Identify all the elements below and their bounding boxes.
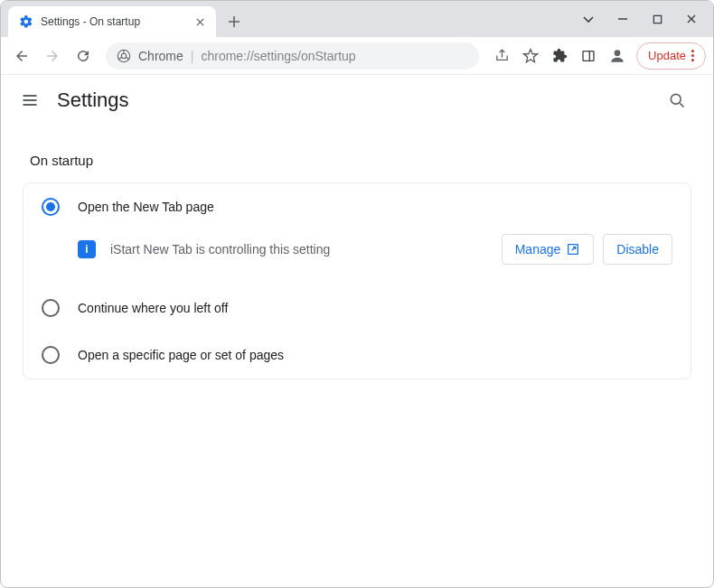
manage-button[interactable]: Manage xyxy=(502,234,595,265)
browser-toolbar: Chrome | chrome://settings/onStartup Upd… xyxy=(1,37,713,75)
share-icon[interactable] xyxy=(488,42,515,70)
section-title: On startup xyxy=(23,126,691,182)
extension-app-icon: i xyxy=(78,240,96,258)
page-title: Settings xyxy=(57,89,129,112)
close-icon[interactable] xyxy=(193,14,207,29)
window-title-bar: Settings - On startup xyxy=(1,1,713,37)
close-button[interactable] xyxy=(675,5,708,33)
option-label: Open a specific page or set of pages xyxy=(78,348,284,362)
extension-notice: iStart New Tab is controlling this setti… xyxy=(110,242,487,257)
option-specific[interactable]: Open a specific page or set of pages xyxy=(23,331,691,378)
menu-icon[interactable] xyxy=(19,89,41,111)
window-controls xyxy=(572,1,713,37)
svg-point-2 xyxy=(121,53,126,58)
svg-point-4 xyxy=(615,50,621,56)
chevron-down-icon[interactable] xyxy=(572,5,605,33)
update-button[interactable]: Update xyxy=(636,42,706,70)
address-bar[interactable]: Chrome | chrome://settings/onStartup xyxy=(106,42,479,70)
settings-content: On startup Open the New Tab page i iStar… xyxy=(1,126,713,379)
update-label: Update xyxy=(648,49,686,62)
extension-notice-row: i iStart New Tab is controlling this set… xyxy=(23,230,691,285)
more-icon xyxy=(691,50,694,61)
radio-icon[interactable] xyxy=(42,299,60,317)
gear-icon xyxy=(19,14,33,29)
radio-icon[interactable] xyxy=(42,346,60,364)
new-tab-button[interactable] xyxy=(221,9,247,34)
maximize-button[interactable] xyxy=(641,5,673,33)
disable-button[interactable]: Disable xyxy=(603,234,672,265)
svg-rect-3 xyxy=(583,51,594,61)
reload-button[interactable] xyxy=(70,42,97,70)
forward-button[interactable] xyxy=(39,42,66,70)
omnibox-url: chrome://settings/onStartup xyxy=(201,49,355,63)
search-icon[interactable] xyxy=(659,82,695,118)
bookmark-icon[interactable] xyxy=(517,42,544,70)
option-continue[interactable]: Continue where you left off xyxy=(23,285,691,331)
minimize-button[interactable] xyxy=(606,5,639,33)
open-external-icon xyxy=(566,242,580,257)
radio-selected-icon[interactable] xyxy=(42,198,60,216)
option-new-tab[interactable]: Open the New Tab page xyxy=(23,183,691,230)
extensions-icon[interactable] xyxy=(546,42,573,70)
browser-tab[interactable]: Settings - On startup xyxy=(8,6,216,37)
svg-point-5 xyxy=(671,94,681,104)
profile-icon[interactable] xyxy=(604,42,631,70)
tab-title: Settings - On startup xyxy=(41,15,185,28)
back-button[interactable] xyxy=(8,42,35,70)
option-label: Open the New Tab page xyxy=(78,200,214,214)
startup-card: Open the New Tab page i iStart New Tab i… xyxy=(23,182,691,379)
svg-rect-0 xyxy=(653,15,661,23)
omnibox-prefix: Chrome xyxy=(138,49,183,63)
settings-header: Settings xyxy=(1,75,713,126)
side-panel-icon[interactable] xyxy=(575,42,602,70)
chrome-icon xyxy=(117,49,131,63)
option-label: Continue where you left off xyxy=(78,301,228,315)
